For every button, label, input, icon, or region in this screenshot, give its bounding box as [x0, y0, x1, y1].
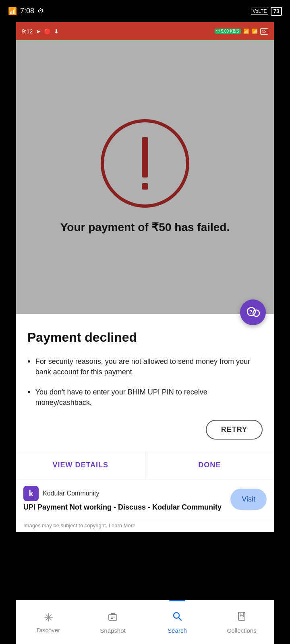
reason-item-1: • For security reasons, you are not allo…	[27, 356, 263, 377]
volte-label: VoLTE	[251, 8, 268, 15]
sheet-actions: VIEW DETAILS DONE	[16, 451, 274, 479]
payment-failed-message: Your payment of ₹50 has failed.	[52, 220, 238, 235]
nav-item-discover[interactable]: ✳ Discover	[16, 600, 81, 644]
snapshot-icon	[107, 611, 118, 625]
error-circle-icon	[101, 119, 189, 208]
outer-status-left: 📶 7:08 ⏱	[8, 7, 44, 16]
collections-icon	[236, 611, 247, 625]
sync-icon: ⏱	[37, 8, 44, 15]
view-details-button[interactable]: VIEW DETAILS	[16, 451, 145, 479]
done-button[interactable]: DONE	[145, 451, 274, 479]
inner-battery: 12	[260, 28, 268, 35]
reason-list: • For security reasons, you are not allo…	[27, 356, 263, 408]
svg-rect-8	[238, 612, 245, 620]
svg-text:?: ?	[249, 309, 253, 315]
bullet-1: •	[27, 357, 31, 366]
kodular-logo-icon: k	[23, 486, 39, 501]
discover-icon: ✳	[44, 611, 53, 624]
reason-item-2: • You don't have to enter your BHIM UPI …	[27, 387, 263, 408]
nav-item-snapshot[interactable]: Snapshot	[81, 600, 145, 644]
outer-status-bar: 📶 7:08 ⏱ VoLTE 73	[0, 0, 290, 22]
battery-indicator: 73	[271, 7, 282, 16]
kodular-link-title: UPI Payment Not working - Discuss - Kodu…	[23, 503, 222, 512]
collections-label: Collections	[227, 627, 256, 634]
nav-item-search[interactable]: Search	[145, 600, 209, 644]
visit-button[interactable]: Visit	[230, 489, 267, 510]
signal-bar-icon: 📶	[252, 29, 258, 34]
inner-status-bar: 9:12 ➤ 🔴 ⬇ 🛡 5.00 KB/S 📶 📶 12	[16, 22, 274, 40]
outer-time: 7:08	[20, 7, 34, 15]
outer-status-right: VoLTE 73	[251, 7, 282, 16]
wifi-icon: 📶	[243, 29, 249, 34]
exclamation-dot	[142, 183, 148, 190]
payment-declined-sheet: Payment declined • For security reasons,…	[16, 314, 274, 479]
inner-status-left: 9:12 ➤ 🔴 ⬇	[22, 28, 59, 35]
kodular-left: k Kodular Community UPI Payment Not work…	[23, 486, 222, 512]
discover-label: Discover	[37, 627, 60, 634]
inner-time: 9:12	[22, 28, 33, 35]
svg-point-1	[253, 310, 259, 316]
bullet-2: •	[27, 388, 31, 396]
search-icon	[172, 611, 183, 625]
notification-icon: 🔴	[44, 28, 51, 35]
copyright-note: Images may be subject to copyright. Lear…	[16, 519, 274, 532]
inner-status-right: 🛡 5.00 KB/S 📶 📶 12	[215, 28, 268, 35]
shield-badge: 🛡 5.00 KB/S	[215, 29, 241, 34]
phone-screen: 9:12 ➤ 🔴 ⬇ 🛡 5.00 KB/S 📶 📶 12 Your payme…	[16, 22, 274, 644]
retry-row: RETRY	[27, 420, 263, 440]
retry-button[interactable]: RETRY	[206, 420, 263, 440]
kodular-community-label: Kodular Community	[43, 490, 99, 497]
kodular-top-row: k Kodular Community	[23, 486, 222, 501]
reason-text-1: For security reasons, you are not allowe…	[35, 356, 263, 377]
exclamation-body	[142, 137, 148, 178]
nav-item-collections[interactable]: Collections	[209, 600, 274, 644]
search-label: Search	[168, 627, 187, 634]
svg-line-7	[179, 617, 182, 620]
snapshot-label: Snapshot	[100, 627, 125, 634]
payment-failed-screen: Your payment of ₹50 has failed. ?	[16, 40, 274, 314]
help-icon: ?	[246, 304, 260, 320]
kodular-banner: k Kodular Community UPI Payment Not work…	[16, 479, 274, 518]
signal-icon: 📶	[8, 7, 17, 16]
download-icon: ⬇	[54, 28, 59, 35]
help-button[interactable]: ?	[240, 299, 266, 325]
location-icon: ➤	[36, 28, 41, 35]
payment-declined-title: Payment declined	[27, 330, 263, 345]
bottom-nav: ✳ Discover Snapshot Search	[16, 600, 274, 644]
reason-text-2: You don't have to enter your BHIM UPI PI…	[35, 387, 263, 408]
